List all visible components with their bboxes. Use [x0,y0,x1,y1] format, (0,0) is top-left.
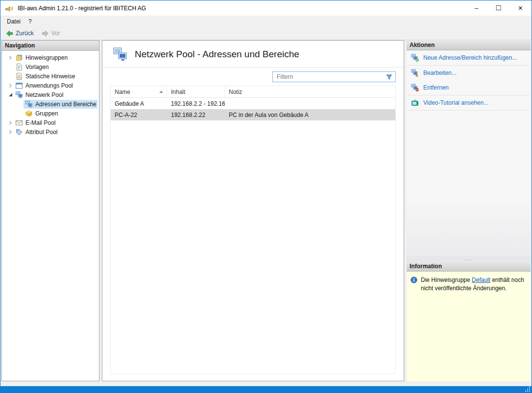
minimize-button[interactable]: – [465,0,487,16]
app-icon [5,4,14,13]
video-tutorial-action[interactable]: Video-Tutorial ansehen... [407,95,531,110]
navigation-header: Navigation [2,41,99,51]
navigation-tree: Hinweisgruppen Vorlagen [2,51,99,381]
notice-groups-icon [15,54,23,62]
action-label: Video-Tutorial ansehen... [423,99,488,106]
cell-name: Gebäude A [111,100,167,107]
filter-row [102,68,404,86]
chevron-right-icon[interactable] [7,119,14,126]
menu-datei[interactable]: Datei [3,17,24,26]
title-bar: IBI-aws Admin 1.21.0 - registriert für I… [0,0,532,16]
sidebar-item-anwendungs-pool[interactable]: Anwendungs Pool [2,81,99,90]
forward-button[interactable]: Vor [39,28,63,39]
cell-inhalt: 192.168.2.22 [167,112,225,118]
sidebar-item-gruppen[interactable]: Gruppen [2,109,99,118]
sidebar-item-label: Attribut Pool [25,129,57,136]
cell-name: PC-A-22 [111,112,167,118]
sidebar-item-label: Netzwerk Pool [25,92,63,98]
network-pool-icon [15,91,23,99]
information-box: Die Hinweisgruppe Default enthält noch n… [407,272,531,381]
network-add-icon [411,54,419,62]
template-icon [15,63,23,71]
network-edit-icon [411,69,419,77]
actions-panel: Aktionen Neue Adresse/Bereich hinzu [407,40,531,381]
column-label: Name [115,89,130,95]
sidebar-item-label: Statische Hinweise [25,73,75,80]
splitter-dots: ... [465,257,472,260]
address-list: Name Inhalt Notiz Gebäude A 192.168.2.2 … [110,86,396,374]
static-notice-icon [15,72,23,80]
info-text-before: Die Hinweisgruppe [421,277,472,283]
remove-action[interactable]: Entfernen [407,80,531,95]
table-header: Name Inhalt Notiz [111,86,395,98]
filter-funnel-icon[interactable] [386,73,393,81]
back-label: Zurück [16,30,34,37]
chevron-right-icon[interactable] [7,129,14,136]
sidebar-item-label: E-Mail Pool [25,119,55,126]
action-label: Entfernen [423,84,449,91]
table-row[interactable]: PC-A-22 192.168.2.22 PC in der Aula von … [111,109,395,120]
column-label: Inhalt [171,89,185,95]
action-label: Bearbeiten... [423,69,457,76]
actions-header: Aktionen [407,40,531,50]
add-address-action[interactable]: Neue Adresse/Bereich hinzufügen... [407,50,531,65]
back-button[interactable]: Zurück [3,28,37,39]
window-controls: – ☐ × [465,0,532,16]
spacer [7,64,14,70]
sidebar-item-email-pool[interactable]: E-Mail Pool [2,118,99,127]
column-label: Notiz [229,89,242,95]
edit-action[interactable]: Bearbeiten... [407,66,531,80]
spacer [407,111,531,256]
chevron-right-icon[interactable] [7,54,14,61]
navigation-toolbar: Zurück Vor [0,27,532,40]
resize-grip-icon[interactable] [525,387,531,392]
chevron-right-icon[interactable] [7,82,14,89]
network-remove-icon [411,84,419,92]
main-title-row: Netzwerk Pool - Adressen und Bereiche [102,41,404,67]
sidebar-item-label: Gruppen [35,110,58,117]
sidebar-item-label: Anwendungs Pool [25,82,73,89]
page-title: Netzwerk Pool - Adressen und Bereiche [135,49,299,60]
filter-input[interactable] [273,73,386,80]
info-icon [411,277,417,283]
information-text: Die Hinweisgruppe Default enthält noch n… [421,276,527,293]
package-icon [25,110,33,117]
window-title: IBI-aws Admin 1.21.0 - registriert für I… [18,5,146,12]
information-header: Information [407,261,531,272]
close-button[interactable]: × [509,0,532,16]
chevron-expanded-icon[interactable] [7,92,14,98]
column-header-name[interactable]: Name [111,86,167,97]
network-addresses-icon [25,100,33,108]
sidebar-item-label: Vorlagen [25,64,48,70]
maximize-button[interactable]: ☐ [487,0,509,16]
default-link[interactable]: Default [472,277,490,283]
forward-label: Vor [51,30,60,37]
sidebar-item-hinweisgruppen[interactable]: Hinweisgruppen [2,53,99,62]
sidebar-item-attribut-pool[interactable]: Attribut Pool [2,127,99,137]
cell-inhalt: 192.168.2.2 - 192.16... [167,100,225,107]
cell-notiz: PC in der Aula von Gebäude A [225,112,395,118]
actions-body: Neue Adresse/Bereich hinzufügen... [407,50,531,256]
sidebar-item-netzwerk-pool[interactable]: Netzwerk Pool [2,90,99,99]
table-row[interactable]: Gebäude A 192.168.2.2 - 192.16... [111,98,395,109]
action-label: Neue Adresse/Bereich hinzufügen... [423,54,517,61]
navigation-panel: Navigation Hinweisgruppen [1,40,99,381]
network-pool-icon [112,46,128,62]
main-panel: Netzwerk Pool - Adressen und Bereiche Na… [102,40,404,381]
column-header-notiz[interactable]: Notiz [225,86,395,97]
content-area: Navigation Hinweisgruppen [0,40,532,386]
tag-icon [15,128,23,136]
menu-help[interactable]: ? [24,17,36,26]
filter-box [272,71,396,82]
sidebar-item-statische-hinweise[interactable]: Statische Hinweise [2,71,99,81]
sidebar-item-label: Adressen und Bereiche [35,101,97,108]
back-arrow-icon [6,30,13,37]
app-window: IBI-aws Admin 1.21.0 - registriert für I… [0,0,532,393]
panel-splitter[interactable]: ... [407,256,531,261]
sidebar-item-adressen-und-bereiche[interactable]: Adressen und Bereiche [2,99,99,109]
forward-arrow-icon [42,30,49,37]
column-header-inhalt[interactable]: Inhalt [167,86,225,97]
spacer [7,73,14,80]
application-pool-icon [15,82,23,90]
sidebar-item-vorlagen[interactable]: Vorlagen [2,62,99,71]
